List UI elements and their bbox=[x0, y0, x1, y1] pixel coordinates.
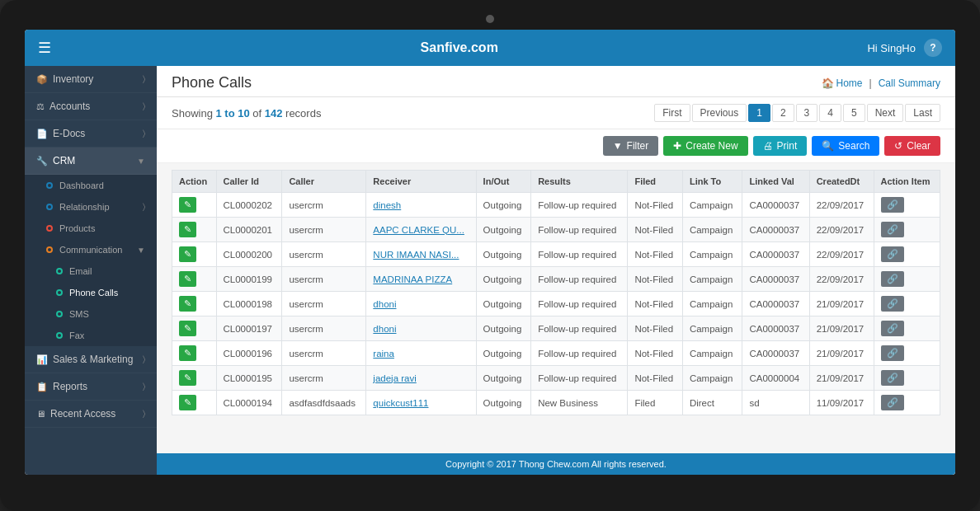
col-results: Results bbox=[531, 171, 628, 193]
cell-filed: Not-Filed bbox=[628, 366, 683, 391]
dot-icon bbox=[56, 311, 63, 317]
page-1-button[interactable]: 1 bbox=[748, 104, 770, 122]
sidebar-item-communication[interactable]: Communication ▼ bbox=[25, 239, 157, 260]
receiver-link[interactable]: dhoni bbox=[373, 324, 396, 334]
cell-caller-id: CL0000202 bbox=[216, 193, 282, 218]
col-action: Action bbox=[172, 171, 217, 193]
home-link[interactable]: 🏠 Home bbox=[822, 77, 863, 89]
content-header: Phone Calls 🏠 Home | Call Summary bbox=[157, 66, 955, 97]
cell-action: ✎ bbox=[172, 242, 217, 267]
page-2-button[interactable]: 2 bbox=[772, 104, 794, 122]
sidebar-label-sms: SMS bbox=[69, 309, 89, 319]
page-4-button[interactable]: 4 bbox=[819, 104, 841, 122]
edit-button[interactable]: ✎ bbox=[179, 246, 196, 262]
cell-inout: Outgoing bbox=[476, 366, 531, 391]
action-item-button[interactable]: 🔗 bbox=[881, 345, 904, 361]
receiver-link[interactable]: jadeja ravi bbox=[373, 373, 416, 383]
action-item-button[interactable]: 🔗 bbox=[881, 395, 904, 410]
sidebar-item-reports[interactable]: 📋 Reports 〉 bbox=[25, 373, 157, 401]
table-row: ✎ CL0000195 usercrm jadeja ravi Outgoing… bbox=[172, 366, 940, 391]
sidebar-item-accounts[interactable]: ⚖ Accounts 〉 bbox=[25, 93, 157, 120]
cell-receiver: NUR IMAAN NASI... bbox=[366, 242, 476, 267]
prev-page-button[interactable]: Previous bbox=[692, 104, 747, 122]
footer: Copyright © 2017 Thong Chew.com All righ… bbox=[157, 453, 955, 475]
edit-button[interactable]: ✎ bbox=[179, 395, 196, 410]
receiver-link[interactable]: dhoni bbox=[373, 299, 396, 309]
create-new-button[interactable]: ✚ Create New bbox=[663, 136, 747, 156]
search-button[interactable]: 🔍 Search bbox=[812, 136, 879, 156]
receiver-link[interactable]: NUR IMAAN NASI... bbox=[373, 250, 459, 260]
action-item-button[interactable]: 🔗 bbox=[881, 370, 904, 386]
sidebar-item-sales-marketing[interactable]: 📊 Sales & Marketing 〉 bbox=[25, 346, 157, 373]
page-title: Phone Calls bbox=[172, 74, 252, 91]
sidebar-item-crm[interactable]: 🔧 CRM ▼ bbox=[25, 148, 157, 175]
receiver-link[interactable]: AAPC CLARKE QU... bbox=[373, 225, 464, 235]
edit-button[interactable]: ✎ bbox=[179, 370, 196, 386]
cell-created-dt: 22/09/2017 bbox=[809, 267, 874, 292]
sidebar-item-phone-calls[interactable]: Phone Calls bbox=[25, 282, 157, 303]
sidebar-item-email[interactable]: Email bbox=[25, 260, 157, 282]
chevron-icon: 〉 bbox=[143, 129, 145, 138]
clear-button[interactable]: ↺ Clear bbox=[884, 136, 940, 156]
edit-button[interactable]: ✎ bbox=[179, 271, 196, 287]
cell-link-to: Campaign bbox=[682, 218, 742, 242]
sidebar-item-sms[interactable]: SMS bbox=[25, 303, 157, 325]
sidebar-item-products[interactable]: Products bbox=[25, 218, 157, 239]
col-linked-val: Linked Val bbox=[742, 171, 809, 193]
cell-caller: usercrm bbox=[282, 218, 366, 242]
first-page-button[interactable]: First bbox=[654, 104, 690, 122]
table-row: ✎ CL0000196 usercrm raina Outgoing Follo… bbox=[172, 341, 940, 366]
cell-caller: usercrm bbox=[282, 341, 366, 366]
call-summary-link[interactable]: Call Summary bbox=[879, 77, 940, 89]
col-action-item: Action Item bbox=[874, 171, 940, 193]
filter-button[interactable]: ▼ Filter bbox=[603, 136, 659, 156]
sidebar-label-sales: Sales & Marketing bbox=[53, 354, 143, 365]
cell-receiver: dhoni bbox=[366, 316, 476, 341]
edit-button[interactable]: ✎ bbox=[179, 321, 196, 336]
receiver-link[interactable]: dinesh bbox=[373, 200, 401, 210]
receiver-link[interactable]: raina bbox=[373, 349, 394, 359]
last-page-button[interactable]: Last bbox=[905, 104, 940, 122]
edit-button[interactable]: ✎ bbox=[179, 222, 196, 237]
dot-icon bbox=[46, 246, 53, 253]
action-item-button[interactable]: 🔗 bbox=[881, 197, 904, 213]
edit-button[interactable]: ✎ bbox=[179, 345, 196, 361]
chevron-icon: ▼ bbox=[137, 246, 145, 255]
action-item-button[interactable]: 🔗 bbox=[881, 321, 904, 336]
table-row: ✎ CL0000200 usercrm NUR IMAAN NASI... Ou… bbox=[172, 242, 940, 267]
cell-filed: Not-Filed bbox=[628, 242, 683, 267]
page-3-button[interactable]: 3 bbox=[796, 104, 818, 122]
next-page-button[interactable]: Next bbox=[867, 104, 904, 122]
cell-receiver: quickcust111 bbox=[366, 391, 476, 415]
cell-caller: usercrm bbox=[282, 292, 366, 316]
action-item-button[interactable]: 🔗 bbox=[881, 296, 904, 312]
help-button[interactable]: ? bbox=[924, 39, 942, 57]
sidebar-item-dashboard[interactable]: Dashboard bbox=[25, 175, 157, 196]
print-button[interactable]: 🖨 Print bbox=[753, 136, 808, 156]
page-5-button[interactable]: 5 bbox=[843, 104, 865, 122]
cell-inout: Outgoing bbox=[476, 193, 531, 218]
cell-linked-val: CA0000037 bbox=[742, 193, 809, 218]
hamburger-icon[interactable]: ☰ bbox=[38, 39, 51, 57]
sidebar-item-fax[interactable]: Fax bbox=[25, 325, 157, 346]
cell-results: Follow-up required bbox=[531, 193, 628, 218]
sidebar-label-inventory: Inventory bbox=[53, 73, 143, 85]
crm-submenu: Dashboard Relationship 〉 Products bbox=[25, 175, 157, 346]
receiver-link[interactable]: quickcust111 bbox=[373, 398, 428, 408]
cell-inout: Outgoing bbox=[476, 316, 531, 341]
action-item-button[interactable]: 🔗 bbox=[881, 222, 904, 237]
edit-button[interactable]: ✎ bbox=[179, 197, 196, 213]
sidebar-item-inventory[interactable]: 📦 Inventory 〉 bbox=[25, 66, 157, 93]
cell-results: Follow-up required bbox=[531, 267, 628, 292]
col-filed: Filed bbox=[628, 171, 683, 193]
cell-link-to: Campaign bbox=[682, 316, 742, 341]
cell-caller-id: CL0000200 bbox=[216, 242, 282, 267]
sidebar-item-recent-access[interactable]: 🖥 Recent Access 〉 bbox=[25, 401, 157, 428]
action-item-button[interactable]: 🔗 bbox=[881, 246, 904, 262]
sidebar-item-relationship[interactable]: Relationship 〉 bbox=[25, 196, 157, 218]
edit-button[interactable]: ✎ bbox=[179, 296, 196, 312]
recent-icon: 🖥 bbox=[36, 409, 45, 419]
sidebar-item-edocs[interactable]: 📄 E-Docs 〉 bbox=[25, 120, 157, 148]
action-item-button[interactable]: 🔗 bbox=[881, 271, 904, 287]
receiver-link[interactable]: MADRINAA PIZZA bbox=[373, 274, 452, 284]
